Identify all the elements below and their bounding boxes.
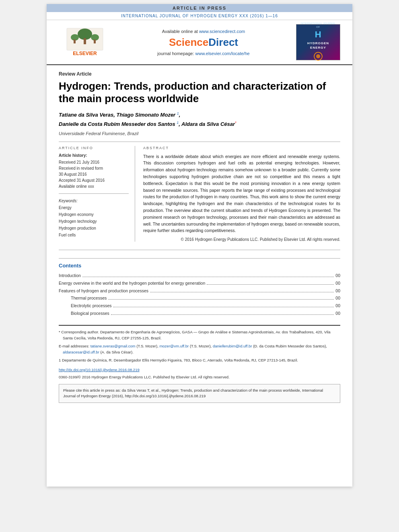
article-history-label: Article history: bbox=[59, 153, 129, 158]
article-title: Hydrogen: Trends, production and charact… bbox=[59, 80, 340, 105]
elsevier-logo-area: ELSEVIER bbox=[55, 26, 115, 58]
keyword-3: Hydrogen technology bbox=[59, 218, 129, 225]
email-link-2[interactable]: mozer@vm.uff.br bbox=[159, 344, 189, 348]
email-label: E-mail addresses: bbox=[59, 344, 90, 348]
doi-link[interactable]: http://dx.doi.org/10.1016/j.ijhydene.201… bbox=[59, 368, 140, 372]
available-online-text: Available online at www.sciencedirect.co… bbox=[115, 29, 292, 34]
svg-rect-2 bbox=[84, 38, 86, 44]
svg-text:ELSEVIER: ELSEVIER bbox=[73, 51, 97, 56]
contents-section: Contents Introduction 00 Energy overview… bbox=[59, 258, 340, 317]
citation-box: Please cite this article in press as: da… bbox=[59, 384, 340, 403]
toc-item-2: Features of hydrogen and production proc… bbox=[59, 288, 340, 294]
abstract-text: There is a worldwide debate about which … bbox=[143, 153, 340, 234]
journal-bar: INTERNATIONAL JOURNAL OF HYDROGEN ENERGY… bbox=[47, 12, 352, 20]
toc-item-0: Introduction 00 bbox=[59, 273, 340, 279]
journal-cover-title: International Journal of H HYDROGEN ENER… bbox=[298, 22, 338, 63]
sciencedirect-logo: ScienceDirect bbox=[115, 36, 292, 49]
keyword-2: Hydrogen economy bbox=[59, 211, 129, 218]
sciencedirect-link[interactable]: www.sciencedirect.com bbox=[199, 29, 245, 34]
received-date: Received 21 July 2016 bbox=[59, 159, 129, 165]
toc-item-4: Electrolytic processes 00 bbox=[59, 303, 340, 309]
article-info-header: ARTICLE INFO bbox=[59, 146, 129, 150]
journal-homepage: journal homepage: www.elsevier.com/locat… bbox=[115, 51, 292, 56]
affiliation-text: Universidade Federal Fluminense, Brazil bbox=[59, 131, 340, 136]
header-center: Available online at www.sciencedirect.co… bbox=[115, 29, 292, 56]
article-info-abstract: ARTICLE INFO Article history: Received 2… bbox=[59, 146, 340, 242]
elsevier-logo-svg: ELSEVIER bbox=[59, 26, 111, 58]
aip-banner-text: ARTICLE IN PRESS bbox=[173, 6, 226, 10]
header-separator bbox=[59, 142, 340, 142]
toc-item-1: Energy overview in the world and the hyd… bbox=[59, 280, 340, 287]
keyword-1: Energy bbox=[59, 204, 129, 211]
email-addresses-note: E-mail addresses: tatiane.sveras@gmail.c… bbox=[59, 343, 340, 355]
contents-title: Contents bbox=[59, 263, 340, 269]
abstract-column: ABSTRACT There is a worldwide debate abo… bbox=[143, 146, 340, 242]
abstract-copyright: © 2016 Hydrogen Energy Publications LLC.… bbox=[143, 237, 340, 242]
toc-item-5: Biological processes 00 bbox=[59, 310, 340, 317]
section-separator bbox=[59, 250, 340, 250]
email-link-1[interactable]: tatiane.sveras@gmail.com bbox=[90, 344, 136, 348]
keyword-4: Hydrogen production bbox=[59, 225, 129, 232]
doi-line: http://dx.doi.org/10.1016/j.ijhydene.201… bbox=[59, 367, 340, 373]
article-content: Review Article Hydrogen: Trends, product… bbox=[47, 65, 352, 409]
authors-line: Tatiane da Silva Veras, Thiago Simonato … bbox=[59, 111, 340, 128]
svg-rect-4 bbox=[74, 39, 76, 43]
footnotes-section: * Corresponding author. Departamento de … bbox=[59, 325, 340, 380]
available-online: Available online xxx bbox=[59, 183, 129, 189]
keywords-section: Keywords: Energy Hydrogen economy Hydrog… bbox=[59, 199, 129, 238]
svg-point-9 bbox=[316, 54, 320, 58]
keyword-5: Fuel cells bbox=[59, 232, 129, 238]
email-link-4[interactable]: aldaracesar@id.uff.br bbox=[63, 350, 99, 354]
journal-bar-text: INTERNATIONAL JOURNAL OF HYDROGEN ENERGY… bbox=[121, 14, 278, 18]
article-type-label: Review Article bbox=[59, 71, 340, 77]
journal-cover-area: International Journal of H HYDROGEN ENER… bbox=[292, 24, 344, 60]
revised-date: 30 August 2016 bbox=[59, 171, 129, 177]
aip-banner: ARTICLE IN PRESS bbox=[47, 4, 352, 12]
article-header: ELSEVIER Available online at www.science… bbox=[47, 20, 352, 65]
received-revised-label: Received in revised form bbox=[59, 165, 129, 171]
article-info-column: ARTICLE INFO Article history: Received 2… bbox=[59, 146, 135, 242]
info-separator bbox=[59, 193, 129, 194]
toc-item-3: Thermal processes 00 bbox=[59, 295, 340, 302]
accepted-date: Accepted 31 August 2016 bbox=[59, 177, 129, 183]
email-link-3[interactable]: daniellerubim@id.uff.br bbox=[213, 344, 252, 348]
svg-rect-6 bbox=[94, 39, 96, 43]
dept-note: 1 Departamento de Química, R. Desembarga… bbox=[59, 357, 340, 363]
article-page: ARTICLE IN PRESS INTERNATIONAL JOURNAL O… bbox=[47, 4, 352, 487]
svg-point-1 bbox=[78, 29, 92, 40]
issn-line: 0360-3199/© 2016 Hydrogen Energy Publica… bbox=[59, 374, 340, 380]
abstract-header: ABSTRACT bbox=[143, 146, 340, 150]
keywords-label: Keywords: bbox=[59, 199, 129, 203]
journal-cover: International Journal of H HYDROGEN ENER… bbox=[296, 24, 340, 60]
journal-homepage-link[interactable]: www.elsevier.com/locate/he bbox=[195, 51, 250, 56]
corresponding-author-note: * Corresponding author. Departamento de … bbox=[59, 329, 340, 341]
citation-text: Please cite this article in press as: da… bbox=[63, 388, 323, 398]
